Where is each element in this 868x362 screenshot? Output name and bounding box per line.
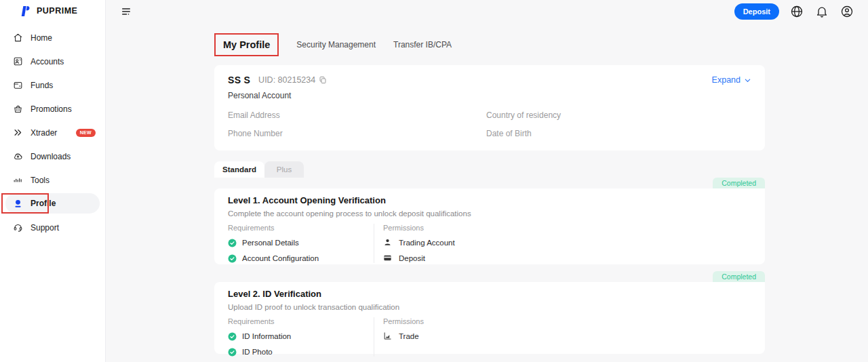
sidebar-item-support[interactable]: Support xyxy=(0,216,105,239)
level-1-requirements: Requirements Personal Details xyxy=(228,224,374,263)
requirement-label: Personal Details xyxy=(242,239,299,247)
sidebar-item-accounts[interactable]: Accounts xyxy=(0,49,105,73)
sidebar-item-label: Profile xyxy=(31,199,56,208)
field-phone-number: Phone Number xyxy=(228,129,486,138)
status-badge: Completed xyxy=(713,271,765,282)
bell-icon[interactable] xyxy=(814,4,829,19)
permissions-label: Permissions xyxy=(383,224,455,232)
sidebar-item-label: Support xyxy=(31,223,59,233)
requirement-item: ID Information xyxy=(228,331,374,341)
level-2-status-row: Completed xyxy=(214,271,765,282)
level-2-card: Level 2. ID Verification Upload ID proof… xyxy=(214,282,765,354)
level-1-title: Level 1. Account Opening Verification xyxy=(228,195,751,205)
brand-logo[interactable]: PUPRIME xyxy=(0,0,105,22)
sidebar-item-label: Downloads xyxy=(31,152,71,161)
accounts-icon xyxy=(12,56,23,67)
sidebar-item-promotions[interactable]: Promotions xyxy=(0,97,105,121)
level-2-columns: Requirements ID Information xyxy=(228,317,751,357)
sidebar-item-label: Funds xyxy=(31,81,53,90)
user-name: SS S xyxy=(228,75,250,85)
deposit-button[interactable]: Deposit xyxy=(734,3,779,20)
sidebar-item-label: Accounts xyxy=(31,57,64,66)
field-country-of-residency: Country of residency xyxy=(486,110,751,120)
sidebar-item-funds[interactable]: Funds xyxy=(0,73,105,97)
user-icon[interactable] xyxy=(840,4,854,19)
tab-transfer-ib-cpa[interactable]: Transfer IB/CPA xyxy=(393,40,452,49)
funds-icon xyxy=(12,80,23,91)
level-1-block: Completed Level 1. Account Opening Verif… xyxy=(214,178,765,264)
xtrader-icon xyxy=(12,127,23,138)
sidebar-item-profile[interactable]: Profile xyxy=(5,193,100,214)
level-1-columns: Requirements Personal Details xyxy=(228,224,751,263)
account-type: Personal Account xyxy=(228,91,751,100)
level-2-requirements: Requirements ID Information xyxy=(228,317,374,357)
level-2-title: Level 2. ID Verification xyxy=(228,289,751,299)
new-badge: NEW xyxy=(76,129,96,137)
sidebar-item-home[interactable]: Home xyxy=(0,26,105,49)
copy-icon[interactable] xyxy=(319,76,327,84)
permission-label: Trade xyxy=(399,332,419,340)
permission-item: Trading Account xyxy=(383,238,455,247)
check-circle-icon xyxy=(228,254,237,263)
level-1-permissions: Permissions Trading Account xyxy=(374,224,455,263)
sidebar-item-label: Tools xyxy=(31,176,50,185)
app-window: PUPRIME Home Accounts Funds xyxy=(0,0,868,362)
profile-identity-row: SS S UID: 80215234 xyxy=(228,75,751,85)
promotions-icon xyxy=(12,104,23,115)
sidebar-item-label: Home xyxy=(31,33,52,43)
level-1-status-row: Completed xyxy=(214,178,765,188)
check-circle-icon xyxy=(228,332,237,341)
permission-item: Trade xyxy=(383,331,424,341)
globe-icon[interactable] xyxy=(789,4,804,19)
sidebar-item-tools[interactable]: Tools xyxy=(0,168,105,192)
main-area: Deposit My Profile Security Management xyxy=(106,0,868,362)
trade-chart-icon xyxy=(383,331,393,341)
topbar: Deposit xyxy=(119,3,854,20)
puprime-logo-icon xyxy=(19,5,32,18)
plan-tabs: Standard Plus xyxy=(214,161,765,178)
sidebar-item-downloads[interactable]: Downloads xyxy=(0,144,105,168)
sidebar-item-label: Xtrader xyxy=(31,128,57,138)
support-icon xyxy=(12,222,23,233)
sidebar-nav: Home Accounts Funds Promotions xyxy=(0,22,105,239)
level-1-card: Level 1. Account Opening Verification Co… xyxy=(214,188,765,264)
permission-label: Trading Account xyxy=(399,239,455,247)
profile-summary-card: SS S UID: 80215234 Expand Personal Accou… xyxy=(214,65,765,150)
check-circle-icon xyxy=(228,348,237,357)
my-profile-annotation-box: My Profile xyxy=(214,33,279,56)
expand-label: Expand xyxy=(712,75,741,85)
requirement-label: ID Information xyxy=(242,332,291,340)
brand-name: PUPRIME xyxy=(37,6,77,16)
field-email-address: Email Address xyxy=(228,110,486,120)
profile-icon xyxy=(12,198,23,209)
chevron-down-icon xyxy=(744,77,751,84)
trading-account-icon xyxy=(383,238,393,247)
check-circle-icon xyxy=(228,239,237,247)
level-2-permissions: Permissions Trade xyxy=(374,317,424,357)
home-icon xyxy=(12,33,23,43)
sidebar: PUPRIME Home Accounts Funds xyxy=(0,0,106,362)
level-2-subtitle: Upload ID proof to unlock transaction qu… xyxy=(228,303,751,312)
sidebar-item-xtrader[interactable]: Xtrader NEW xyxy=(0,121,105,144)
field-date-of-birth: Date of Birth xyxy=(486,129,751,138)
requirement-item: ID Photo xyxy=(228,347,374,357)
permissions-label: Permissions xyxy=(383,317,424,325)
tab-my-profile[interactable]: My Profile xyxy=(223,39,270,50)
permission-label: Deposit xyxy=(399,254,425,262)
topbar-actions: Deposit xyxy=(734,3,854,20)
permission-item: Deposit xyxy=(383,254,455,263)
requirement-item: Personal Details xyxy=(228,238,374,247)
content-column: My Profile Security Management Transfer … xyxy=(214,30,765,354)
collapse-menu-icon[interactable] xyxy=(119,4,134,19)
requirement-label: ID Photo xyxy=(242,348,273,356)
deposit-card-icon xyxy=(383,254,393,263)
tab-standard[interactable]: Standard xyxy=(214,161,264,178)
tab-plus[interactable]: Plus xyxy=(264,161,304,178)
requirements-label: Requirements xyxy=(228,317,374,325)
profile-tabs: My Profile Security Management Transfer … xyxy=(214,33,765,56)
sidebar-item-label: Promotions xyxy=(31,104,72,114)
tab-security-management[interactable]: Security Management xyxy=(296,40,376,49)
expand-toggle[interactable]: Expand xyxy=(712,75,751,85)
level-1-subtitle: Complete the account opening process to … xyxy=(228,209,751,218)
downloads-icon xyxy=(12,151,23,162)
